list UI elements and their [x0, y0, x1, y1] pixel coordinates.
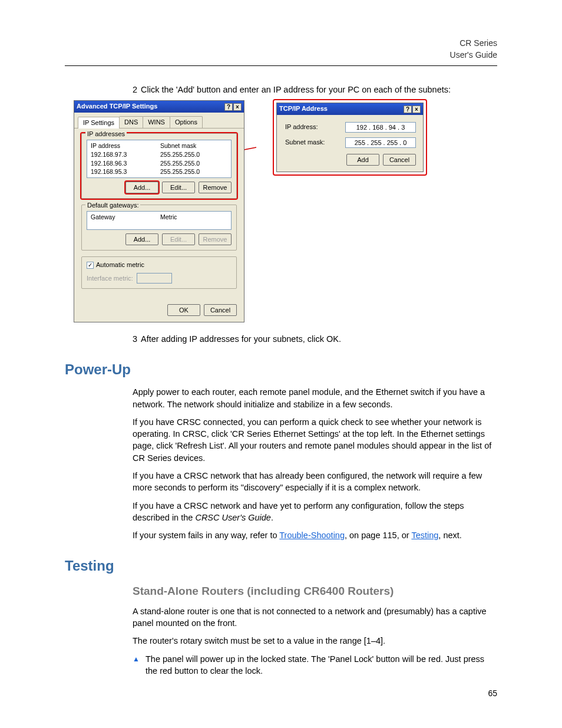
tab-dns[interactable]: DNS	[119, 116, 143, 128]
group-gw-title: Default gateways:	[85, 201, 140, 210]
subnet-mask-input[interactable]: 255 . 255 . 255 . 0	[345, 137, 416, 148]
dialog1-titlebar: Advanced TCP/IP Settings ? ×	[74, 101, 244, 112]
remove-ip-button[interactable]: Remove	[199, 182, 232, 193]
col-metric: Metric	[159, 213, 229, 222]
interface-metric-label: Interface metric:	[87, 274, 133, 283]
group-default-gateways: Default gateways: Gateway Metric Add... …	[81, 205, 237, 251]
ip-address-input[interactable]: 192 . 168 . 94 . 3	[345, 122, 416, 133]
step-2-text: Click the 'Add' button and enter an IP a…	[141, 84, 451, 95]
edit-gw-button[interactable]: Edit...	[162, 233, 195, 245]
automatic-metric-checkbox[interactable]: ✓	[87, 262, 94, 269]
testing-p2: The router's rotary switch must be set t…	[133, 635, 497, 647]
step-3-number: 3	[133, 333, 137, 345]
interface-metric-input	[137, 273, 172, 284]
col-gateway: Gateway	[90, 213, 159, 222]
help-icon[interactable]: ?	[224, 103, 233, 111]
group-ip-addresses: IP addresses IP address Subnet mask 192.…	[81, 133, 237, 199]
ip-address-label: IP address:	[285, 123, 318, 131]
table-row[interactable]: 192.168.95.3 255.255.255.0	[90, 167, 229, 176]
heading-testing: Testing	[65, 556, 497, 576]
dialog1-tabs: IP Settings DNS WINS Options	[74, 113, 244, 129]
heading-power-up: Power-Up	[65, 360, 497, 380]
add-gw-button[interactable]: Add...	[125, 233, 158, 245]
help-icon[interactable]: ?	[404, 106, 412, 113]
dialog1-title: Advanced TCP/IP Settings	[77, 102, 157, 111]
ip-listbox[interactable]: IP address Subnet mask 192.168.97.3 255.…	[87, 140, 232, 178]
tcpip-address-dialog: TCP/IP Address ? × IP address: 192 . 168…	[276, 103, 424, 172]
subnet-mask-label: Subnet mask:	[285, 138, 325, 147]
step-3-text: After adding IP addresses for your subne…	[141, 333, 341, 345]
step-3: 3 After adding IP addresses for your sub…	[133, 333, 497, 345]
link-trouble-shooting[interactable]: Trouble-Shooting	[279, 531, 345, 540]
close-icon[interactable]: ×	[233, 103, 242, 111]
automatic-metric-label: Automatic metric	[96, 261, 144, 269]
tab-wins[interactable]: WINS	[143, 116, 170, 128]
subheading-standalone-routers: Stand-Alone Routers (including CR6400 Ro…	[133, 584, 497, 599]
powerup-p4: If you have a CRSC network and have yet …	[133, 500, 497, 524]
add-button[interactable]: Add	[346, 154, 379, 166]
cancel-button[interactable]: Cancel	[204, 304, 237, 316]
dialog2-titlebar: TCP/IP Address ? ×	[277, 103, 423, 114]
gw-listbox[interactable]: Gateway Metric	[87, 211, 232, 230]
page-number: 65	[488, 688, 497, 700]
triangle-bullet-icon: ▲	[133, 653, 141, 677]
doc-title: CR Series	[65, 38, 497, 50]
advanced-tcpip-dialog: Advanced TCP/IP Settings ? × IP Settings…	[74, 100, 244, 322]
testing-bullet: ▲ The panel will power up in the locked …	[133, 653, 497, 677]
step-2-number: 2	[133, 84, 137, 95]
dialog2-title: TCP/IP Address	[279, 104, 328, 113]
table-row[interactable]: 192.168.97.3 255.255.255.0	[90, 150, 229, 159]
powerup-p5: If your system fails in any way, refer t…	[133, 529, 497, 541]
group-metric: ✓ Automatic metric Interface metric:	[81, 256, 237, 289]
header-rule	[65, 65, 497, 66]
col-mask: Subnet mask	[159, 141, 229, 150]
testing-p1: A stand-alone router is one that is not …	[133, 605, 497, 630]
link-testing[interactable]: Testing	[411, 531, 438, 540]
powerup-p1: Apply power to each router, each remote …	[133, 386, 497, 410]
cancel-button[interactable]: Cancel	[383, 154, 416, 166]
remove-gw-button[interactable]: Remove	[199, 233, 232, 245]
tab-ip-settings[interactable]: IP Settings	[78, 117, 120, 129]
col-ip: IP address	[90, 141, 159, 150]
edit-ip-button[interactable]: Edit...	[162, 182, 195, 193]
testing-bullet-text: The panel will power up in the locked st…	[146, 653, 497, 677]
step-2: 2 Click the 'Add' button and enter an IP…	[133, 84, 497, 95]
group-ip-title: IP addresses	[85, 130, 127, 139]
doc-subtitle: User's Guide	[65, 50, 497, 61]
add-ip-button[interactable]: Add...	[125, 182, 158, 193]
powerup-p3: If you have a CRSC network that has alre…	[133, 470, 497, 494]
table-row[interactable]: 192.168.96.3 255.255.255.0	[90, 159, 229, 168]
close-icon[interactable]: ×	[412, 106, 421, 113]
tab-options[interactable]: Options	[170, 116, 203, 128]
ok-button[interactable]: OK	[167, 304, 200, 316]
powerup-p2: If you have CRSC connected, you can perf…	[133, 416, 497, 464]
